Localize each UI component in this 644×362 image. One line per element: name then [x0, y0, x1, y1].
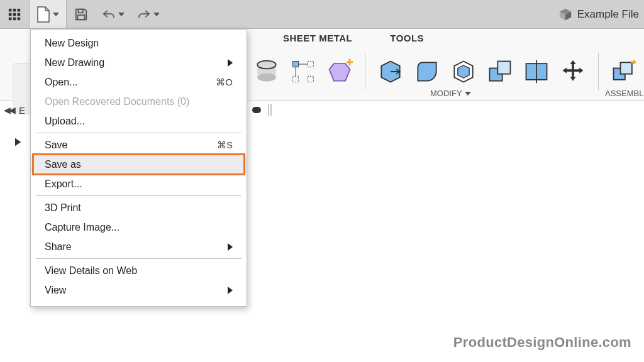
- svg-rect-22: [497, 62, 510, 74]
- svg-rect-0: [9, 8, 12, 11]
- tool-combine[interactable]: [485, 57, 515, 87]
- dropdown-caret-icon: [153, 13, 160, 16]
- quick-access-bar: Example File: [0, 0, 644, 29]
- rect-pattern-icon: [289, 58, 317, 85]
- tool-partial[interactable]: [252, 57, 282, 87]
- watermark-text: ProductDesignOnline.com: [453, 334, 631, 351]
- dropdown-caret-icon: [118, 13, 125, 16]
- menu-view[interactable]: View: [31, 280, 247, 300]
- ribbon-separator: [365, 53, 365, 90]
- svg-rect-15: [293, 62, 299, 67]
- group-label-modify[interactable]: MODIFY: [430, 89, 471, 98]
- group-label-assemble[interactable]: ASSEMBLE: [605, 89, 644, 98]
- floppy-save-icon: [74, 8, 88, 21]
- tool-move[interactable]: [558, 57, 588, 87]
- menu-3d-print[interactable]: 3D Print: [31, 198, 247, 217]
- menu-save[interactable]: Save⌘S: [31, 135, 247, 155]
- svg-rect-4: [13, 13, 16, 16]
- fillet-icon: [413, 58, 441, 85]
- tab-sheet-metal[interactable]: SHEET METAL: [283, 33, 352, 50]
- submenu-arrow-icon: [228, 243, 233, 251]
- submenu-arrow-icon: [228, 287, 233, 294]
- undo-icon: [102, 9, 116, 20]
- collapse-panel-button[interactable]: ◀◀: [4, 105, 14, 115]
- svg-rect-1: [13, 8, 16, 11]
- new-file-icon: [36, 6, 50, 23]
- svg-rect-3: [9, 13, 12, 16]
- tool-new-component[interactable]: [609, 57, 639, 87]
- new-component-icon: [610, 58, 638, 85]
- split-icon: [523, 58, 550, 85]
- apps-grid-button[interactable]: [0, 0, 29, 28]
- combine-icon: [486, 58, 514, 85]
- menu-open-recovered: Open Recovered Documents (0): [31, 92, 247, 111]
- svg-rect-26: [621, 62, 632, 74]
- timeline-marker-icon[interactable]: [252, 106, 262, 114]
- timeline-handle-icon[interactable]: [268, 104, 272, 116]
- document-title: Example File: [577, 8, 639, 21]
- chevron-down-icon: [465, 92, 471, 96]
- menu-separator: [36, 133, 242, 133]
- cube-icon: [558, 8, 572, 21]
- tool-fillet[interactable]: [412, 57, 442, 87]
- tab-tools[interactable]: TOOLS: [390, 33, 424, 50]
- menu-share[interactable]: Share: [31, 237, 247, 256]
- menu-save-as[interactable]: Save as: [31, 155, 247, 174]
- menu-new-design[interactable]: New Design: [31, 33, 247, 53]
- dropdown-caret-icon: [53, 13, 59, 16]
- file-menu-button[interactable]: [29, 0, 67, 28]
- menu-view-details-web[interactable]: View Details on Web: [31, 261, 247, 280]
- tool-split[interactable]: [521, 57, 552, 87]
- svg-rect-16: [308, 62, 313, 67]
- menu-separator: [36, 258, 242, 259]
- ribbon-separator: [598, 53, 599, 90]
- svg-rect-2: [18, 8, 21, 11]
- tool-rect-pattern[interactable]: [288, 57, 318, 87]
- browser-root-fragment: E: [19, 105, 25, 116]
- svg-rect-18: [308, 76, 313, 82]
- tool-create-form[interactable]: [325, 57, 355, 87]
- tool-press-pull[interactable]: [375, 57, 406, 87]
- menu-open[interactable]: Open...⌘O: [31, 72, 247, 92]
- grid-icon: [8, 8, 21, 21]
- menu-separator: [36, 195, 242, 196]
- menu-upload[interactable]: Upload...: [31, 111, 247, 131]
- menu-capture-image[interactable]: Capture Image...: [31, 217, 247, 237]
- redo-button[interactable]: [131, 0, 166, 28]
- svg-rect-5: [18, 13, 21, 16]
- tool-shell[interactable]: [448, 57, 479, 87]
- cylinder-icon: [253, 58, 280, 85]
- menu-new-drawing[interactable]: New Drawing: [31, 53, 247, 72]
- create-form-icon: [326, 58, 353, 85]
- file-dropdown-menu: New Design New Drawing Open...⌘O Open Re…: [30, 29, 247, 307]
- shell-icon: [450, 58, 477, 85]
- menu-export[interactable]: Export...: [31, 174, 247, 194]
- save-quick-button[interactable]: [67, 0, 96, 28]
- svg-rect-6: [9, 17, 12, 20]
- undo-button[interactable]: [96, 0, 131, 28]
- submenu-arrow-icon: [228, 59, 233, 67]
- move-arrows-icon: [559, 58, 587, 85]
- svg-rect-17: [293, 76, 299, 82]
- svg-rect-10: [78, 14, 85, 19]
- svg-point-13: [257, 74, 275, 82]
- browser-expand-icon[interactable]: [15, 138, 21, 146]
- redo-icon: [137, 9, 151, 20]
- title-area: Example File: [558, 0, 644, 28]
- svg-rect-8: [18, 17, 21, 20]
- press-pull-icon: [377, 58, 404, 85]
- svg-rect-7: [13, 17, 16, 20]
- svg-rect-9: [78, 9, 82, 13]
- svg-rect-27: [252, 107, 261, 113]
